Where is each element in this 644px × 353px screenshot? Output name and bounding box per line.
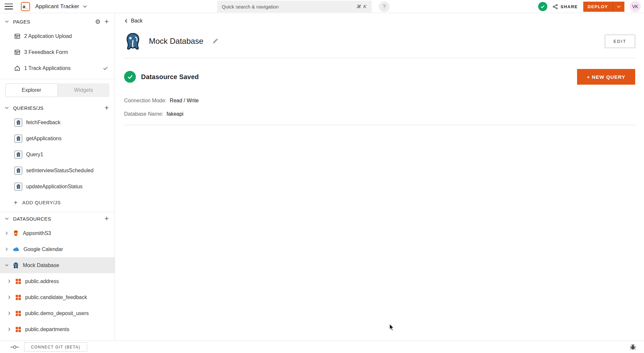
sidebar-item-query-getapplications[interactable]: getApplications	[0, 130, 115, 146]
table-label: public.address	[25, 278, 59, 284]
share-button[interactable]: SHARE	[553, 4, 578, 9]
sidebar-item-query-query1[interactable]: Query1	[0, 146, 115, 162]
s3-datasource-icon	[13, 230, 19, 236]
sidebar-item-table-public-candidate-feedback[interactable]: public.candidate_feedback	[0, 289, 115, 305]
connection-details: Connection Mode: Read / Write Database N…	[124, 98, 635, 117]
postgres-icon	[13, 262, 19, 269]
status-bar: CONNECT GIT (BETA)	[0, 341, 644, 353]
chevron-down-icon[interactable]	[5, 106, 9, 110]
datasources-section-header[interactable]: DATASOURCES +	[0, 212, 115, 225]
field-label: Database Name:	[124, 111, 163, 117]
back-label: Back	[131, 18, 143, 24]
postgres-query-icon	[14, 151, 22, 159]
table-icon	[15, 311, 21, 316]
sidebar-item-query-updateapplicationstatus[interactable]: updateApplicationStatus	[0, 178, 115, 194]
chevron-right-icon[interactable]	[7, 327, 11, 331]
saved-check-icon	[538, 2, 547, 11]
new-query-button[interactable]: + NEW QUERY	[577, 69, 635, 85]
query-label: setInterviewStatusScheduled	[26, 168, 93, 174]
chevron-down-icon[interactable]	[5, 263, 9, 267]
datasources-section-title: DATASOURCES	[13, 216, 51, 222]
edit-button[interactable]: EDIT	[605, 35, 635, 48]
status-label: Datasource Saved	[141, 73, 199, 81]
sidebar-item-datasource-google-calendar[interactable]: Google Calendar	[0, 241, 115, 257]
table-label: public.candidate_feedback	[25, 294, 87, 300]
sidebar-item-page-track-applications[interactable]: 1 Track Applications	[0, 60, 115, 76]
deploy-button[interactable]: DEPLOY	[583, 2, 624, 12]
tab-explorer[interactable]: Explorer	[5, 83, 58, 97]
search-input[interactable]	[222, 4, 356, 9]
home-icon	[14, 65, 20, 71]
app-logo: a _	[21, 2, 30, 11]
sidebar-item-datasource-mock-database[interactable]: Mock Database	[0, 257, 115, 273]
back-button[interactable]: Back	[124, 18, 150, 24]
logo-underscore: _	[26, 4, 28, 9]
add-datasource-button[interactable]: +	[105, 215, 109, 222]
add-query-plus-button[interactable]: +	[105, 104, 109, 111]
add-page-button[interactable]: +	[105, 18, 109, 25]
sidebar-item-table-public-address[interactable]: public.address	[0, 273, 115, 289]
app-window: a _ Applicant Tracker ⌘ K ?	[0, 0, 644, 353]
search-shortcut: ⌘ K	[356, 4, 367, 9]
table-label: public.departments	[25, 327, 69, 332]
postgres-logo	[124, 32, 142, 51]
logo-letter: a	[23, 4, 25, 9]
pages-settings-gear-icon[interactable]: ⚙	[95, 19, 101, 25]
pages-section-title: PAGES	[13, 19, 30, 25]
connect-git-button[interactable]: CONNECT GIT (BETA)	[24, 342, 87, 352]
sidebar-tabs: Explorer Widgets	[5, 83, 109, 97]
chevron-right-icon[interactable]	[5, 247, 9, 251]
share-label: SHARE	[561, 4, 578, 9]
chevron-down-icon[interactable]	[83, 4, 87, 9]
git-commit-icon	[10, 345, 19, 349]
field-value: fakeapi	[167, 111, 184, 117]
chevron-right-icon[interactable]	[7, 279, 11, 283]
pages-section-header[interactable]: PAGES ⚙ +	[0, 15, 115, 28]
chevron-right-icon[interactable]	[7, 311, 11, 315]
table-label: public.demo_deposit_users	[25, 311, 89, 316]
sidebar-item-table-public-departments[interactable]: public.departments	[0, 321, 115, 337]
queries-section-header[interactable]: QUERIES/JS +	[0, 101, 115, 114]
chevron-down-icon[interactable]	[5, 216, 9, 221]
field-value: Read / Write	[170, 98, 199, 104]
add-query-js-button[interactable]: + ADD QUERY/JS	[0, 194, 115, 210]
divider	[124, 125, 635, 125]
sidebar-item-query-fetchfeedback[interactable]: fetchFeedback	[0, 114, 115, 130]
divider	[0, 79, 115, 79]
edit-name-pencil-icon[interactable]	[212, 38, 218, 44]
page-label: 3 Feeedback Form	[24, 49, 68, 55]
share-icon	[553, 4, 558, 9]
table-icon	[15, 294, 21, 300]
cloud-icon	[13, 246, 20, 252]
page-icon	[14, 49, 20, 55]
postgres-query-icon	[14, 167, 22, 175]
user-avatar[interactable]: VK	[630, 1, 641, 12]
postgres-query-icon	[14, 119, 22, 126]
quick-search-box[interactable]: ⌘ K	[217, 1, 372, 12]
page-label: 2 Application Upload	[24, 33, 72, 39]
hamburger-menu-icon[interactable]	[5, 4, 13, 9]
database-name-row: Database Name: fakeapi	[124, 111, 635, 117]
chevron-left-icon	[124, 19, 128, 23]
sidebar-item-table-public-demo-deposit-users[interactable]: public.demo_deposit_users	[0, 305, 115, 321]
table-icon	[15, 327, 21, 332]
app-title: Applicant Tracker	[35, 3, 79, 10]
datasource-label: Google Calendar	[24, 246, 63, 252]
chevron-right-icon[interactable]	[7, 295, 11, 299]
postgres-query-icon	[14, 135, 22, 143]
chevron-right-icon[interactable]	[5, 231, 9, 235]
sidebar-item-datasource-appsmiths3[interactable]: AppsmithS3	[0, 225, 115, 241]
sidebar-item-page-application-upload[interactable]: 2 Application Upload	[0, 28, 115, 44]
sidebar-item-query-setinterviewstatus[interactable]: setInterviewStatusScheduled	[0, 162, 115, 178]
chevron-down-icon[interactable]	[5, 19, 9, 24]
postgres-query-icon	[14, 183, 22, 191]
query-label: updateApplicationStatus	[26, 184, 83, 190]
tab-widgets[interactable]: Widgets	[58, 83, 110, 97]
sidebar-item-page-feedback-form[interactable]: 3 Feeedback Form	[0, 44, 115, 60]
deploy-chevron-down-icon[interactable]	[613, 2, 624, 12]
help-button[interactable]: ?	[379, 1, 390, 12]
query-label: Query1	[26, 152, 43, 158]
connection-mode-row: Connection Mode: Read / Write	[124, 98, 635, 104]
debug-bug-icon[interactable]	[630, 344, 636, 350]
divider	[124, 58, 635, 58]
